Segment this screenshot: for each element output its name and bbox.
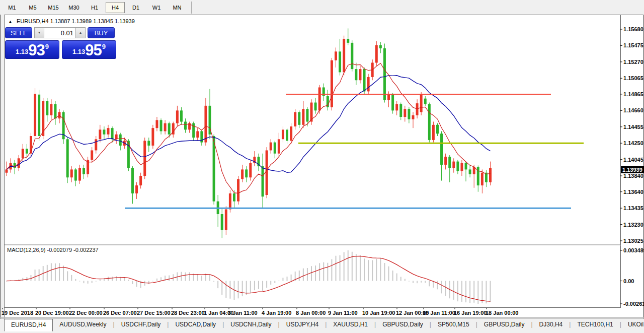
- chart-tab-dj30-h4[interactable]: DJ30,H4: [533, 319, 570, 330]
- time-axis-label: 15 Jan 11:00: [423, 310, 455, 316]
- time-axis-label: 3 Jan 11:00: [228, 310, 258, 316]
- sell-price-sup: 9: [45, 35, 49, 58]
- time-axis-label: 20 Dec 19:00: [35, 310, 69, 316]
- price-axis-label: 1.15680: [623, 26, 643, 32]
- price-axis-label: 1.14045: [623, 157, 643, 163]
- sell-price-big: 93: [28, 42, 44, 58]
- buy-price-panel[interactable]: 1.13 95 9: [62, 40, 116, 59]
- timeframe-button-d1[interactable]: D1: [126, 2, 145, 13]
- window-left-frame: [0, 15, 5, 333]
- macd-axis-label: 0.00: [623, 278, 634, 284]
- chart-tab-eurusd-h4[interactable]: EURUSD,H4: [4, 319, 53, 331]
- macd-pane[interactable]: [5, 246, 620, 307]
- price-axis-label: 1.15270: [623, 59, 643, 65]
- buy-button[interactable]: BUY: [88, 27, 115, 38]
- chart-tab-usdcnh-daily[interactable]: USDCNH,Daily: [224, 319, 278, 330]
- macd-indicator-label: MACD(12,26,9) -0.002079 -0.002237: [7, 247, 99, 253]
- collapse-panel-icon[interactable]: ▲: [8, 19, 13, 24]
- chart-ohlc-values: 1.13887 1.13989 1.13845 1.13939: [50, 18, 135, 24]
- time-axis-label: 10 Jan 19:00: [362, 310, 395, 316]
- price-axis-label: 1.13640: [623, 189, 643, 195]
- chart-tab-xauusd-h1[interactable]: XAUUSD,H1: [327, 319, 374, 330]
- current-price-badge: 1.13939: [621, 166, 644, 173]
- sell-price-panel[interactable]: 1.13 93 9: [5, 40, 59, 59]
- chart-tab-bar: EURUSD,H4AUDUSD,Weekly|USDCHF,Daily|USDC…: [0, 318, 644, 333]
- timeframe-button-h4[interactable]: H4: [106, 2, 125, 13]
- timeframe-toolbar: M1M5M15M30H1H4D1W1MN: [0, 0, 644, 15]
- chart-tab-usdjpy-h4[interactable]: USDJPY,H4: [280, 319, 325, 330]
- price-axis-label: 1.14250: [623, 140, 643, 146]
- price-axis-label: 1.15475: [623, 42, 643, 48]
- chart-tab-sp500-m15[interactable]: SP500,M15: [431, 319, 476, 330]
- price-axis-label: 1.14660: [623, 107, 643, 113]
- timeframe-button-m1[interactable]: M1: [3, 2, 22, 13]
- chart-tab-usdcad-daily[interactable]: USDCAD,Daily: [169, 319, 222, 330]
- price-axis-label: 1.14865: [623, 91, 643, 97]
- chart-symbol-label: EURUSD,H4: [17, 18, 49, 24]
- chart-tab-usdchf-daily[interactable]: USDCHF,Daily: [115, 319, 168, 330]
- time-axis-label: 4 Jan 19:00: [262, 310, 291, 316]
- time-axis-label: 19 Dec 2018: [2, 310, 33, 316]
- chart-tab-audusd-weekly[interactable]: AUDUSD,Weekly: [53, 319, 113, 330]
- time-axis-label: 27 Dec 15:00: [137, 310, 171, 316]
- chart-tab-gbpusd-daily[interactable]: GBPUSD,Daily: [477, 319, 531, 330]
- buy-price-prefix: 1.13: [72, 45, 85, 58]
- macd-axis-label: 0.003489: [623, 247, 644, 253]
- timeframe-button-w1[interactable]: W1: [147, 2, 166, 13]
- volume-decrease-icon[interactable]: ▾: [34, 27, 44, 38]
- time-axis-label: 28 Dec 23:00: [171, 310, 205, 316]
- volume-increase-icon[interactable]: ▴: [75, 27, 86, 38]
- toolbar-separator: [191, 2, 192, 14]
- buy-price-sup: 9: [102, 35, 106, 58]
- chart-title: ▲ EURUSD,H4 1.13887 1.13989 1.13845 1.13…: [8, 18, 135, 24]
- one-click-trading-panel: SELL ▾ ▴ BUY 1.13 93 9 1.13 95 9: [5, 26, 118, 59]
- timeframe-button-m30[interactable]: M30: [64, 2, 84, 13]
- time-axis-label: 22 Dec 00:00: [69, 310, 103, 316]
- volume-input[interactable]: [44, 27, 75, 38]
- chart-tab-gbpusd-daily[interactable]: GBPUSD,Daily: [376, 319, 430, 330]
- chart-tab-tech100-h1[interactable]: TECH100,H1: [571, 319, 619, 330]
- price-axis-label: 1.13025: [623, 238, 643, 244]
- sell-button[interactable]: SELL: [5, 27, 32, 38]
- timeframe-button-m5[interactable]: M5: [23, 2, 42, 13]
- time-axis-label: 9 Jan 11:00: [328, 310, 358, 316]
- chart-tab-ukoil-h1[interactable]: UKOil,H1: [621, 319, 644, 330]
- time-axis-label: 8 Jan 00:00: [296, 310, 326, 316]
- timeframe-button-mn[interactable]: MN: [168, 2, 187, 13]
- macd-axis-label: -0.002617: [623, 301, 644, 307]
- price-axis-label: 1.13435: [623, 205, 643, 211]
- price-axis-label: 1.13230: [623, 222, 643, 228]
- price-axis-label: 1.15065: [623, 75, 643, 81]
- time-axis-label: 18 Jan 00:00: [486, 310, 518, 316]
- price-axis-label: 1.13840: [623, 173, 643, 179]
- price-axis-label: 1.14455: [623, 124, 643, 130]
- timeframe-button-m15[interactable]: M15: [44, 2, 63, 13]
- sell-price-prefix: 1.13: [16, 45, 28, 58]
- time-axis-label: 16 Jan 19:00: [454, 310, 487, 316]
- time-axis-label: 26 Dec 07:00: [103, 310, 137, 316]
- buy-price-big: 95: [85, 42, 101, 58]
- timeframe-button-h1[interactable]: H1: [85, 2, 104, 13]
